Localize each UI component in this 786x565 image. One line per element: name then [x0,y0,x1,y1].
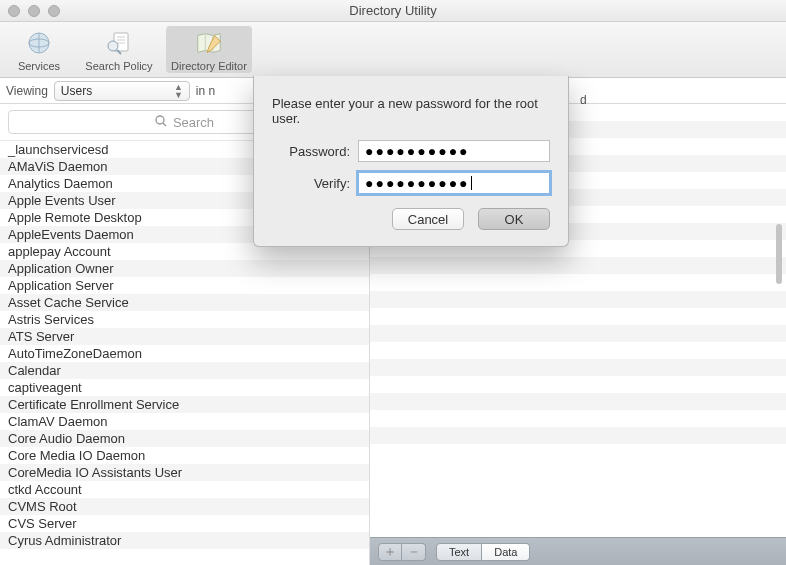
password-field[interactable]: ●●●●●●●●●● [358,140,550,162]
toolbar-item-services[interactable]: Services [6,26,72,73]
verify-label: Verify: [272,176,350,191]
ok-button[interactable]: OK [478,208,550,230]
password-value: ●●●●●●●●●● [365,143,470,159]
list-item[interactable]: CoreMedia IO Assistants User [0,464,369,481]
svg-line-9 [163,123,166,126]
list-item[interactable]: Core Media IO Daemon [0,447,369,464]
list-item[interactable]: AutoTimeZoneDaemon [0,345,369,362]
scrollbar[interactable] [772,104,786,537]
password-sheet: Please enter your a new password for the… [253,76,569,247]
remove-button[interactable]: － [402,543,426,561]
verify-field[interactable]: ●●●●●●●●●● [358,172,550,194]
globe-icon [24,28,54,58]
svg-point-8 [156,116,164,124]
list-item[interactable]: captiveagent [0,379,369,396]
password-label: Password: [272,144,350,159]
segment-text[interactable]: Text [436,543,482,561]
properties-footer: ＋ － Text Data [370,537,786,565]
toolbar: Services Search Policy Directory Editor [0,22,786,78]
list-item[interactable]: Application Server [0,277,369,294]
text-caret [471,176,472,190]
select-value: Users [61,84,92,98]
map-pencil-icon [194,28,224,58]
list-item[interactable]: ClamAV Daemon [0,413,369,430]
search-placeholder: Search [173,115,214,130]
updown-arrows-icon: ▲▼ [174,83,183,99]
toolbar-item-label: Services [18,60,60,72]
search-icon [155,115,167,130]
verify-value: ●●●●●●●●●● [365,175,470,191]
list-item[interactable]: Core Audio Daemon [0,430,369,447]
list-item[interactable]: Application Owner [0,260,369,277]
list-item[interactable]: CVMS Root [0,498,369,515]
viewing-label: Viewing [6,84,48,98]
window-title: Directory Utility [0,3,786,18]
titlebar: Directory Utility [0,0,786,22]
toolbar-item-search-policy[interactable]: Search Policy [76,26,162,73]
add-button[interactable]: ＋ [378,543,402,561]
list-item[interactable]: Astris Services [0,311,369,328]
list-item[interactable]: Certificate Enrollment Service [0,396,369,413]
toolbar-item-label: Directory Editor [171,60,247,72]
view-mode-segmented: Text Data [436,543,530,561]
list-item[interactable]: Cyrus Administrator [0,532,369,549]
filter-trailing-fragment: d [580,93,587,107]
list-item[interactable]: ATS Server [0,328,369,345]
record-type-select[interactable]: Users ▲▼ [54,81,190,101]
segment-data[interactable]: Data [482,543,530,561]
list-item[interactable]: ctkd Account [0,481,369,498]
toolbar-item-directory-editor[interactable]: Directory Editor [166,26,252,73]
sheet-prompt: Please enter your a new password for the… [272,96,550,126]
cancel-button[interactable]: Cancel [392,208,464,230]
svg-point-6 [108,41,118,51]
toolbar-item-label: Search Policy [85,60,152,72]
list-item[interactable]: Asset Cache Service [0,294,369,311]
magnifier-document-icon [104,28,134,58]
list-item[interactable]: CVS Server [0,515,369,532]
list-item[interactable]: Calendar [0,362,369,379]
add-remove-group: ＋ － [378,543,426,561]
filter-in-node-label: in n [196,84,215,98]
scroll-thumb[interactable] [776,224,782,284]
